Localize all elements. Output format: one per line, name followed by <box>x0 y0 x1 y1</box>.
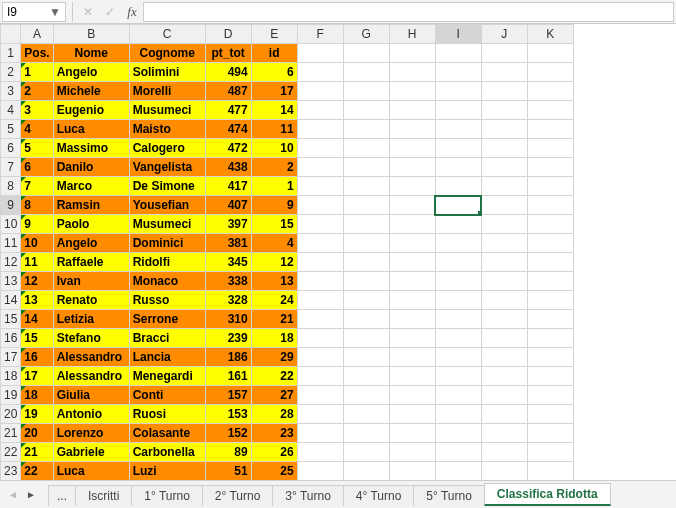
cell-cognome-5[interactable]: Maisto <box>129 120 205 139</box>
cell-pt-6[interactable]: 472 <box>205 139 251 158</box>
cell-H7[interactable] <box>389 158 435 177</box>
cell-K4[interactable] <box>527 101 573 120</box>
row-header-17[interactable]: 17 <box>1 348 21 367</box>
cell-F7[interactable] <box>297 158 343 177</box>
cell-nome-19[interactable]: Giulia <box>53 386 129 405</box>
cell-id-5[interactable]: 11 <box>251 120 297 139</box>
cell-id-6[interactable]: 10 <box>251 139 297 158</box>
cell-id-14[interactable]: 24 <box>251 291 297 310</box>
cell-cognome-21[interactable]: Colasante <box>129 424 205 443</box>
cell-J17[interactable] <box>481 348 527 367</box>
cell-J15[interactable] <box>481 310 527 329</box>
cell-J11[interactable] <box>481 234 527 253</box>
cell-cognome-6[interactable]: Calogero <box>129 139 205 158</box>
cell-F11[interactable] <box>297 234 343 253</box>
cell-id-9[interactable]: 9 <box>251 196 297 215</box>
cell-K8[interactable] <box>527 177 573 196</box>
cell-G7[interactable] <box>343 158 389 177</box>
cell-J6[interactable] <box>481 139 527 158</box>
cell-pos-23[interactable]: 22 <box>21 462 53 481</box>
cell-J21[interactable] <box>481 424 527 443</box>
col-header-A[interactable]: A <box>21 25 53 44</box>
cell-pt-3[interactable]: 487 <box>205 82 251 101</box>
cell-id-8[interactable]: 1 <box>251 177 297 196</box>
cell-F16[interactable] <box>297 329 343 348</box>
cell-pos-21[interactable]: 20 <box>21 424 53 443</box>
cell-id-7[interactable]: 2 <box>251 158 297 177</box>
cell-pt-8[interactable]: 417 <box>205 177 251 196</box>
cell-H21[interactable] <box>389 424 435 443</box>
cell-nome-20[interactable]: Antonio <box>53 405 129 424</box>
cell-pos-19[interactable]: 18 <box>21 386 53 405</box>
fx-icon[interactable]: fx <box>121 2 143 22</box>
cell-I12[interactable] <box>435 253 481 272</box>
cell-cognome-20[interactable]: Ruosi <box>129 405 205 424</box>
row-header-9[interactable]: 9 <box>1 196 21 215</box>
cell-pt-13[interactable]: 338 <box>205 272 251 291</box>
cell-F4[interactable] <box>297 101 343 120</box>
cell-pos-20[interactable]: 19 <box>21 405 53 424</box>
cell-F6[interactable] <box>297 139 343 158</box>
cell-nome-15[interactable]: Letizia <box>53 310 129 329</box>
col-header-H[interactable]: H <box>389 25 435 44</box>
cell-nome-18[interactable]: Alessandro <box>53 367 129 386</box>
cell-H23[interactable] <box>389 462 435 481</box>
cell-F9[interactable] <box>297 196 343 215</box>
row-header-12[interactable]: 12 <box>1 253 21 272</box>
cell-pt-15[interactable]: 310 <box>205 310 251 329</box>
cell-J5[interactable] <box>481 120 527 139</box>
cell-pos-13[interactable]: 12 <box>21 272 53 291</box>
cell-nome-5[interactable]: Luca <box>53 120 129 139</box>
cell-cognome-9[interactable]: Yousefian <box>129 196 205 215</box>
cell-cognome-2[interactable]: Solimini <box>129 63 205 82</box>
cell-J1[interactable] <box>481 44 527 63</box>
cell-id-21[interactable]: 23 <box>251 424 297 443</box>
cell-F2[interactable] <box>297 63 343 82</box>
select-all-corner[interactable] <box>1 25 21 44</box>
cell-pos-3[interactable]: 2 <box>21 82 53 101</box>
cell-H3[interactable] <box>389 82 435 101</box>
cell-H4[interactable] <box>389 101 435 120</box>
cell-id-20[interactable]: 28 <box>251 405 297 424</box>
row-header-23[interactable]: 23 <box>1 462 21 481</box>
cell-pt-7[interactable]: 438 <box>205 158 251 177</box>
cell-cognome-17[interactable]: Lancia <box>129 348 205 367</box>
cell-H1[interactable] <box>389 44 435 63</box>
cell-I16[interactable] <box>435 329 481 348</box>
cell-id-3[interactable]: 17 <box>251 82 297 101</box>
cell-G15[interactable] <box>343 310 389 329</box>
row-header-20[interactable]: 20 <box>1 405 21 424</box>
sheet-tab-iscritti[interactable]: Iscritti <box>75 485 132 506</box>
row-header-1[interactable]: 1 <box>1 44 21 63</box>
cell-I5[interactable] <box>435 120 481 139</box>
cell-nome-12[interactable]: Raffaele <box>53 253 129 272</box>
cell-F15[interactable] <box>297 310 343 329</box>
sheet-tab--[interactable]: ... <box>48 485 76 506</box>
cell-H10[interactable] <box>389 215 435 234</box>
name-box[interactable]: I9 ▼ <box>2 2 66 22</box>
cell-G22[interactable] <box>343 443 389 462</box>
cell-pos-9[interactable]: 8 <box>21 196 53 215</box>
cell-nome-23[interactable]: Luca <box>53 462 129 481</box>
row-header-2[interactable]: 2 <box>1 63 21 82</box>
cell-I13[interactable] <box>435 272 481 291</box>
cell-J23[interactable] <box>481 462 527 481</box>
cell-K15[interactable] <box>527 310 573 329</box>
cell-id-13[interactable]: 13 <box>251 272 297 291</box>
cell-cognome-16[interactable]: Bracci <box>129 329 205 348</box>
cell-G10[interactable] <box>343 215 389 234</box>
cell-J14[interactable] <box>481 291 527 310</box>
sheet-tab-classifica-ridotta[interactable]: Classifica Ridotta <box>484 483 611 506</box>
cell-pt-21[interactable]: 152 <box>205 424 251 443</box>
cell-pos-5[interactable]: 4 <box>21 120 53 139</box>
sheet-tab-4-turno[interactable]: 4° Turno <box>343 485 415 506</box>
cell-nome-6[interactable]: Massimo <box>53 139 129 158</box>
cell-H22[interactable] <box>389 443 435 462</box>
col-header-D[interactable]: D <box>205 25 251 44</box>
cell-pt-17[interactable]: 186 <box>205 348 251 367</box>
row-header-16[interactable]: 16 <box>1 329 21 348</box>
cell-F1[interactable] <box>297 44 343 63</box>
cell-I10[interactable] <box>435 215 481 234</box>
cell-F8[interactable] <box>297 177 343 196</box>
cell-H16[interactable] <box>389 329 435 348</box>
